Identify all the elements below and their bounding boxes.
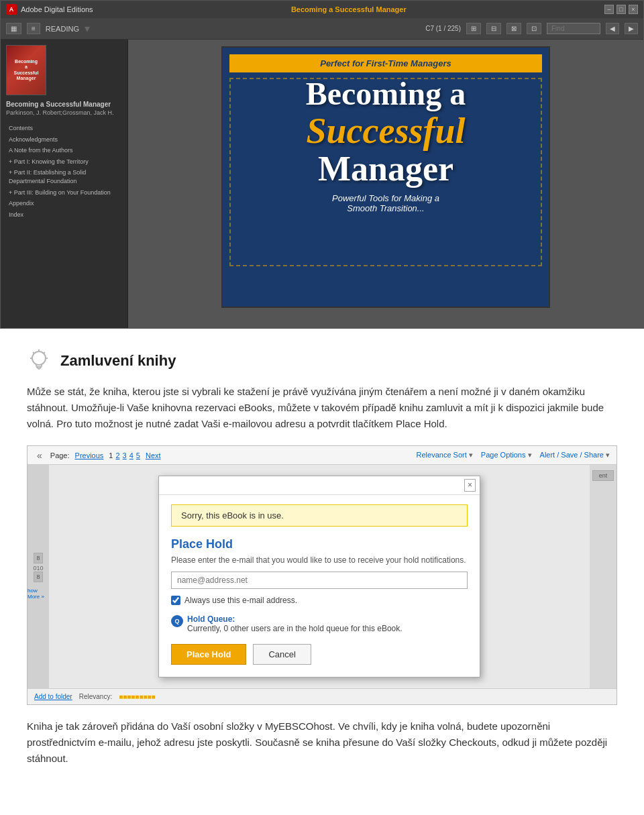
nav-page-5[interactable]: 5 xyxy=(136,451,140,459)
modal-instruction: Please enter the e-mail that you would l… xyxy=(171,555,468,565)
place-hold-button[interactable]: Place Hold xyxy=(171,644,246,665)
page-content: Zamluvení knihy Může se stát, že kniha, … xyxy=(0,329,644,787)
nav-previous-link[interactable]: Previous xyxy=(75,451,104,459)
page-layout-btn2[interactable]: ⊟ xyxy=(486,23,501,34)
ade-book-cover-area: Perfect for First-Time Managers Becoming… xyxy=(128,40,643,328)
modal-body: Sorry, this eBook is in use. Place Hold … xyxy=(159,495,480,677)
dialog-body: 8 010 8 how More » × Sorry, this eBook i… xyxy=(28,465,616,688)
toc-item-part2[interactable]: Part II: Establishing a Solid Department… xyxy=(6,167,122,186)
strip-right-item: ent xyxy=(592,470,614,481)
ade-app-icon: A xyxy=(6,4,17,15)
cover-title-line2: Manager xyxy=(318,152,453,186)
page-layout-btn3[interactable]: ⊠ xyxy=(506,23,521,34)
ade-window: A Adobe Digital Editions Becoming a Succ… xyxy=(0,0,644,329)
nav-page-4[interactable]: 4 xyxy=(129,451,133,459)
page-options-btn[interactable]: Page Options xyxy=(481,451,532,459)
modal-close-btn[interactable]: × xyxy=(464,479,476,492)
book-thumb-text: BecomingaSuccessfulManager xyxy=(14,59,39,82)
book-cover: Perfect for First-Time Managers Becoming… xyxy=(221,46,550,308)
grid-icon: ▦ xyxy=(11,25,17,32)
find-input[interactable] xyxy=(547,23,600,34)
page-info: C7 (1 / 225) xyxy=(425,25,461,32)
relevancy-label: Relevancy: xyxy=(79,693,112,700)
reading-label: READING xyxy=(46,25,79,33)
bottom-paragraph: Kniha je tak zároveň přidána do Vaší oso… xyxy=(27,718,617,767)
dialog-screenshot: « Page: Previous 1 2 3 4 5 Next Relevanc… xyxy=(27,445,617,705)
nav-page-3[interactable]: 3 xyxy=(123,451,127,459)
next-page-btn[interactable]: ▶ xyxy=(625,23,638,34)
nav-page-links: 1 2 3 4 5 xyxy=(109,451,140,459)
modal-sorry-banner: Sorry, this eBook is in use. xyxy=(171,504,468,527)
modal-btn-row: Place Hold Cancel xyxy=(171,644,468,665)
ade-minimize-btn[interactable]: – xyxy=(604,5,614,14)
page-layout-btn[interactable]: ⊞ xyxy=(466,23,481,34)
body-paragraph1: Může se stát, že kniha, kterou jste si v… xyxy=(27,384,617,432)
hold-queue-text: Hold Queue: Currently, 0 other users are… xyxy=(187,614,402,633)
hold-queue-info: Currently, 0 other users are in the hold… xyxy=(187,624,402,633)
hold-queue-icon: Q xyxy=(171,615,183,627)
alert-save-btn[interactable]: Alert / Save / Share xyxy=(540,451,610,459)
prev-page-btn[interactable]: ◀ xyxy=(606,23,619,34)
ade-win-controls: – □ × xyxy=(604,5,638,14)
ade-titlebar: A Adobe Digital Editions Becoming a Succ… xyxy=(1,1,643,18)
hold-queue-label: Hold Queue: xyxy=(187,614,235,624)
strip-item-8a: 8 xyxy=(34,553,42,563)
cover-title-accent: Successful xyxy=(306,113,465,149)
modal-hold-queue: Q Hold Queue: Currently, 0 other users a… xyxy=(171,614,468,633)
book-thumbnail: BecomingaSuccessfulManager xyxy=(6,45,46,95)
toolbar-sep: ▾ xyxy=(85,22,90,35)
relevancy-dots: ■■■■■■■■■ xyxy=(119,693,155,700)
toc-item-acknowledgments[interactable]: Acknowledgments xyxy=(6,134,122,146)
lightbulb-icon xyxy=(27,349,51,373)
ade-book-title-bar: Becoming a Successful Manager xyxy=(93,5,604,13)
ade-maximize-btn[interactable]: □ xyxy=(616,5,626,14)
cover-banner: Perfect for First-Time Managers xyxy=(229,54,542,72)
dialog-main: × Sorry, this eBook is in use. Place Hol… xyxy=(49,465,590,688)
modal-header: × xyxy=(159,476,480,495)
strip-item-8b: 8 xyxy=(34,572,42,582)
modal-checkbox-row: Always use this e-mail address. xyxy=(171,596,468,605)
modal-place-hold-title: Place Hold xyxy=(171,537,468,551)
ade-left-panel: BecomingaSuccessfulManager Becoming a Su… xyxy=(1,40,128,328)
nav-prev-btn[interactable]: « xyxy=(34,450,45,461)
ade-content-area: BecomingaSuccessfulManager Becoming a Su… xyxy=(1,40,643,328)
section-title: Zamluvení knihy xyxy=(60,352,176,370)
modal-dialog: × Sorry, this eBook is in use. Place Hol… xyxy=(158,476,480,677)
ade-close-btn[interactable]: × xyxy=(629,5,638,14)
nav-page-2[interactable]: 2 xyxy=(115,451,119,459)
dialog-nav-bar: « Page: Previous 1 2 3 4 5 Next Relevanc… xyxy=(28,446,616,465)
book-author-small: Parkinson, J. Robert;Grossman, Jack H. xyxy=(6,109,122,116)
always-use-email-checkbox[interactable] xyxy=(171,596,180,605)
toc-item-note[interactable]: A Note from the Authors xyxy=(6,145,122,156)
toc-item-part3[interactable]: Part III: Building on Your Foundation xyxy=(6,187,122,199)
cover-title-line1: Becoming a xyxy=(306,78,466,110)
dialog-left-strip: 8 010 8 how More » xyxy=(28,465,49,688)
add-to-folder-btn[interactable]: Add to folder xyxy=(34,693,72,700)
book-title-small: Becoming a Successful Manager xyxy=(6,101,122,108)
page-label: Page: xyxy=(50,451,70,459)
nav-next-link[interactable]: Next xyxy=(146,451,161,459)
strip-num: 010 xyxy=(33,565,43,572)
relevance-sort-btn[interactable]: Relevance Sort xyxy=(417,451,473,459)
toc-item-part1[interactable]: Part I: Knowing the Territory xyxy=(6,156,122,168)
cancel-button[interactable]: Cancel xyxy=(253,644,311,665)
toc-item-contents[interactable]: Contents xyxy=(6,123,122,134)
ade-titlebar-left: A Adobe Digital Editions xyxy=(6,4,93,15)
list-icon: ≡ xyxy=(32,25,36,32)
cover-subtitle: Powerful Tools for Making a Smooth Trans… xyxy=(332,193,439,213)
list-view-btn[interactable]: ≡ xyxy=(27,23,40,34)
toc-item-index[interactable]: Index xyxy=(6,209,122,221)
toc-item-appendix[interactable]: Appendix xyxy=(6,198,122,209)
ade-app-title: Adobe Digital Editions xyxy=(21,5,93,13)
library-view-btn[interactable]: ▦ xyxy=(6,23,21,34)
page-layout-btn4[interactable]: ⊡ xyxy=(527,23,541,34)
nav-page-1[interactable]: 1 xyxy=(109,451,113,459)
svg-line-5 xyxy=(44,352,45,354)
dialog-bottom-bar: Add to folder Relevancy: ■■■■■■■■■ xyxy=(28,688,616,704)
modal-email-input[interactable] xyxy=(171,572,468,589)
ade-toolbar: ▦ ≡ READING ▾ C7 (1 / 225) ⊞ ⊟ ⊠ ⊡ ◀ ▶ xyxy=(1,18,643,40)
checkbox-label: Always use this e-mail address. xyxy=(184,596,297,605)
show-more-link[interactable]: how More » xyxy=(28,588,49,600)
dialog-right-strip: ent xyxy=(590,465,616,688)
nav-right-options: Relevance Sort Page Options Alert / Save… xyxy=(417,451,610,459)
